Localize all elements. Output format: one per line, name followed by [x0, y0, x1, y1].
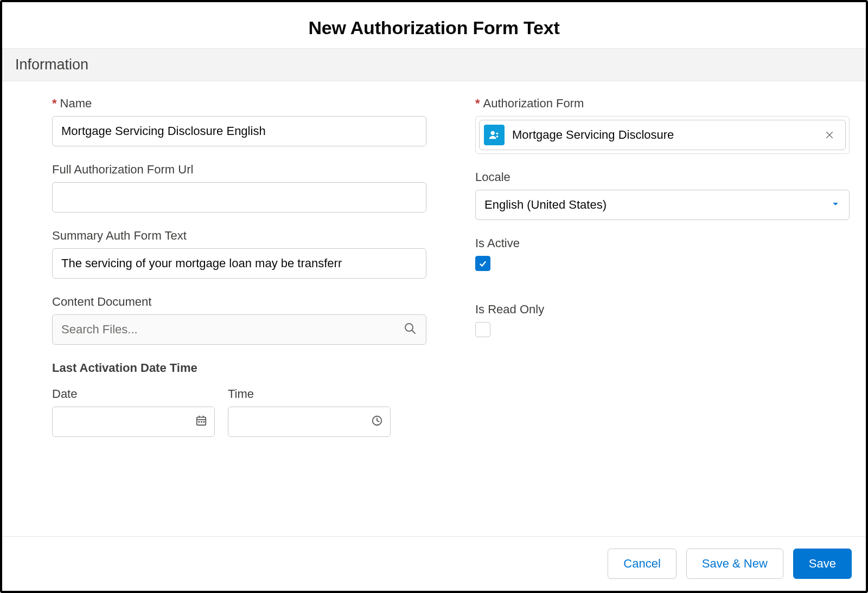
- cancel-button[interactable]: Cancel: [608, 549, 676, 579]
- col-left: * Name Full Authorization Form Url Summa…: [52, 96, 426, 453]
- label-auth-form-text: Authorization Form: [483, 96, 584, 111]
- label-locale: Locale: [475, 170, 850, 184]
- date-input[interactable]: [52, 407, 215, 437]
- modal-footer: Cancel Save & New Save: [2, 536, 866, 591]
- modal-frame: New Authorization Form Text Information …: [0, 0, 868, 593]
- field-auth-form: * Authorization Form Mortgage Servicing …: [475, 96, 850, 154]
- form-body: * Name Full Authorization Form Url Summa…: [2, 81, 866, 536]
- content-document-search[interactable]: [52, 314, 426, 345]
- full-url-input[interactable]: [52, 182, 426, 212]
- label-is-active: Is Active: [475, 236, 850, 250]
- auth-form-lookup[interactable]: Mortgage Servicing Disclosure: [475, 116, 850, 154]
- name-input[interactable]: [52, 116, 426, 146]
- save-button[interactable]: Save: [793, 549, 852, 579]
- label-full-url: Full Authorization Form Url: [52, 163, 426, 177]
- locale-value: English (United States): [484, 198, 607, 212]
- col-right: * Authorization Form Mortgage Servicing …: [475, 96, 850, 453]
- modal-title: New Authorization Form Text: [2, 17, 866, 38]
- field-time: Time: [228, 387, 391, 437]
- time-input[interactable]: [228, 407, 391, 437]
- modal-header: New Authorization Form Text: [2, 2, 866, 48]
- heading-last-activation: Last Activation Date Time: [52, 361, 426, 375]
- label-is-read-only: Is Read Only: [475, 302, 850, 317]
- label-auth-form: * Authorization Form: [475, 96, 850, 111]
- label-name-text: Name: [60, 96, 92, 111]
- label-time: Time: [228, 387, 391, 401]
- field-content-document: Content Document: [52, 295, 426, 345]
- label-name: * Name: [52, 96, 426, 111]
- field-name: * Name: [52, 96, 426, 146]
- is-read-only-checkbox[interactable]: [475, 322, 490, 337]
- section-information-header: Information: [2, 48, 866, 81]
- label-date: Date: [52, 387, 215, 401]
- field-locale: Locale English (United States): [475, 170, 850, 220]
- required-marker: *: [52, 96, 57, 111]
- locale-select[interactable]: English (United States): [475, 190, 850, 220]
- svg-point-13: [496, 132, 499, 134]
- is-active-checkbox[interactable]: [475, 256, 490, 271]
- save-and-new-button[interactable]: Save & New: [686, 549, 783, 579]
- auth-form-value: Mortgage Servicing Disclosure: [512, 128, 814, 142]
- auth-form-icon: [484, 125, 505, 145]
- field-full-url: Full Authorization Form Url: [52, 163, 426, 212]
- field-is-read-only: Is Read Only: [475, 302, 850, 339]
- required-marker: *: [475, 96, 480, 111]
- label-content-document: Content Document: [52, 295, 426, 309]
- field-summary: Summary Auth Form Text: [52, 229, 426, 279]
- svg-point-12: [491, 131, 495, 135]
- field-is-active: Is Active: [475, 236, 850, 271]
- svg-point-14: [496, 136, 499, 138]
- label-summary: Summary Auth Form Text: [52, 229, 426, 243]
- close-icon[interactable]: [821, 127, 838, 143]
- field-last-activation: Last Activation Date Time Date: [52, 361, 426, 437]
- summary-input[interactable]: [52, 248, 426, 279]
- field-date: Date: [52, 387, 215, 437]
